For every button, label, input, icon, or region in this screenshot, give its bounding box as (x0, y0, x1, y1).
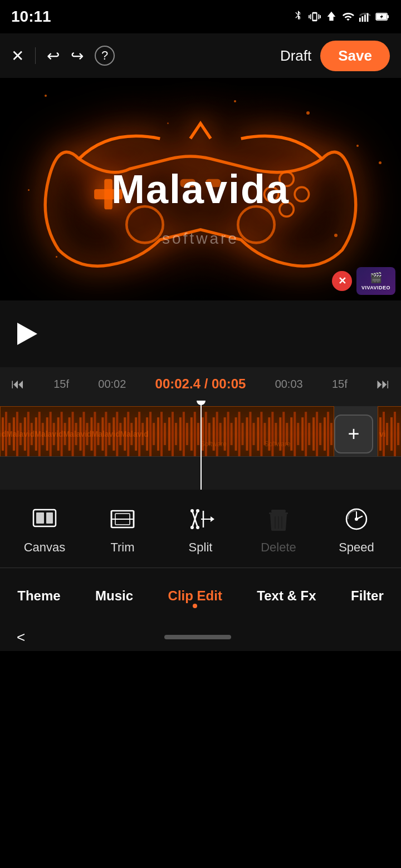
signal-icon (359, 11, 371, 23)
current-time: 00:02.4 / 00:05 (155, 376, 246, 392)
svg-point-37 (196, 526, 199, 529)
split-label: Split (189, 540, 213, 555)
split-tool[interactable]: Split (178, 502, 223, 555)
clip-waveform: vidMalavidMalavidMalavidMalavidMalavid S… (1, 407, 334, 461)
vivavideo-text: VIVAVIDEO (361, 285, 390, 290)
svg-point-35 (196, 509, 199, 512)
home-bar: < (0, 623, 401, 651)
trim-icon (106, 502, 139, 536)
time-separator: / (204, 376, 212, 391)
watermark-close-button[interactable]: ✕ (332, 271, 352, 291)
svg-point-36 (190, 526, 194, 529)
total-time-value: 00:05 (212, 376, 246, 391)
delete-icon (262, 502, 295, 536)
trim-tool[interactable]: Trim (100, 502, 145, 555)
watermark-logo: 🎬 VIVAVIDEO (356, 267, 395, 295)
svg-text:vi: vi (379, 430, 386, 438)
speed-icon (340, 502, 373, 536)
nav-icon (325, 11, 338, 23)
nav-text-fx[interactable]: Text & Fx (246, 583, 327, 609)
bluetooth-icon (292, 11, 304, 23)
nav-theme[interactable]: Theme (6, 583, 71, 609)
svg-rect-27 (36, 512, 44, 524)
svg-point-47 (355, 517, 358, 521)
nav-text-fx-label: Text & Fx (257, 588, 316, 604)
svg-text:Software: Software (264, 440, 291, 448)
nav-music-label: Music (95, 588, 133, 604)
svg-marker-40 (211, 516, 214, 522)
trim-label: Trim (110, 540, 134, 555)
svg-rect-1 (362, 16, 364, 22)
video-title: Malavida (111, 166, 290, 212)
delete-tool: Delete (256, 502, 301, 555)
battery-icon (375, 11, 390, 23)
draft-label: Draft (280, 47, 311, 65)
nav-active-indicator (193, 604, 197, 608)
nav-theme-label: Theme (17, 588, 60, 604)
canvas-tool[interactable]: Canvas (22, 502, 67, 555)
go-end-button[interactable]: ⏭ (376, 376, 390, 392)
svg-rect-3 (367, 13, 369, 22)
help-button[interactable]: ? (95, 46, 115, 66)
save-button[interactable]: Save (320, 41, 390, 71)
nav-clip-edit-label: Clip Edit (168, 588, 222, 604)
redo-button[interactable]: ↪ (71, 47, 84, 65)
ruler-marker-15f: 15f (53, 378, 69, 391)
video-clip-2[interactable]: vi (378, 406, 401, 462)
svg-rect-0 (359, 18, 361, 22)
edit-tools: Canvas Trim (0, 490, 401, 568)
playhead-top (197, 401, 206, 405)
playhead (200, 401, 202, 490)
speed-tool[interactable]: Speed (334, 502, 379, 555)
ruler-marker-2: 00:02 (98, 378, 126, 391)
waveform-svg: vidMalavidMalavidMalavidMalavidMalavid S… (1, 407, 334, 461)
svg-rect-42 (269, 512, 288, 514)
svg-rect-28 (46, 512, 53, 524)
toolbar-divider (35, 47, 36, 64)
svg-rect-5 (387, 15, 389, 18)
go-start-button[interactable]: ⏮ (11, 376, 25, 392)
play-area (0, 300, 401, 367)
plus-icon: + (348, 422, 359, 446)
video-clip[interactable]: vidMalavidMalavidMalavidMalavidMalavid S… (0, 406, 334, 462)
nav-filter[interactable]: Filter (340, 583, 395, 609)
current-time-value: 00:02.4 (155, 376, 200, 391)
wifi-icon (342, 11, 354, 23)
add-clip-button[interactable]: + (334, 415, 373, 453)
ruler-marker-15f-right: 15f (332, 378, 348, 391)
nav-clip-edit[interactable]: Clip Edit (157, 583, 233, 609)
speed-label: Speed (339, 540, 374, 555)
status-time: 10:11 (11, 8, 51, 26)
video-subtitle: software (162, 230, 239, 248)
watermark: ✕ 🎬 VIVAVIDEO (332, 267, 395, 295)
status-icons (292, 11, 390, 23)
nav-filter-label: Filter (351, 588, 384, 604)
status-bar: 10:11 (0, 0, 401, 33)
waveform-2: vi (378, 407, 401, 461)
clip-waveform-2: vi (378, 407, 401, 461)
video-preview: Malavida software ✕ 🎬 VIVAVIDEO (0, 78, 401, 300)
home-indicator (164, 635, 231, 639)
timeline-ruler: ⏮ 15f 00:02 00:02.4 / 00:05 00:03 15f ⏭ (0, 367, 401, 401)
ruler-marker-3: 00:03 (275, 378, 303, 391)
svg-rect-2 (364, 14, 366, 22)
canvas-icon (28, 502, 61, 536)
toolbar: ✕ ↩ ↪ ? Draft Save (0, 33, 401, 78)
toolbar-right: Draft Save (280, 41, 390, 71)
ruler-content: ⏮ 15f 00:02 00:02.4 / 00:05 00:03 15f ⏭ (0, 376, 401, 392)
vivavideo-icon: 🎬 (370, 272, 382, 284)
svg-point-34 (190, 509, 194, 512)
close-button[interactable]: ✕ (11, 47, 24, 65)
play-button[interactable] (13, 320, 41, 348)
bottom-nav: Theme Music Clip Edit Text & Fx Filter (0, 568, 401, 623)
canvas-label: Canvas (24, 540, 66, 555)
svg-point-10 (295, 187, 309, 201)
delete-label: Delete (261, 540, 296, 555)
nav-music[interactable]: Music (84, 583, 144, 609)
play-triangle-icon (17, 323, 37, 345)
toolbar-left: ✕ ↩ ↪ ? (11, 46, 115, 66)
back-button[interactable]: < (17, 629, 25, 646)
undo-button[interactable]: ↩ (47, 47, 60, 65)
svg-text:vidMalavidMalavidMalavidMalavi: vidMalavidMalavidMalavidMalavidMalavid (1, 430, 149, 438)
timeline-area[interactable]: vidMalavidMalavidMalavidMalavidMalavid S… (0, 401, 401, 490)
